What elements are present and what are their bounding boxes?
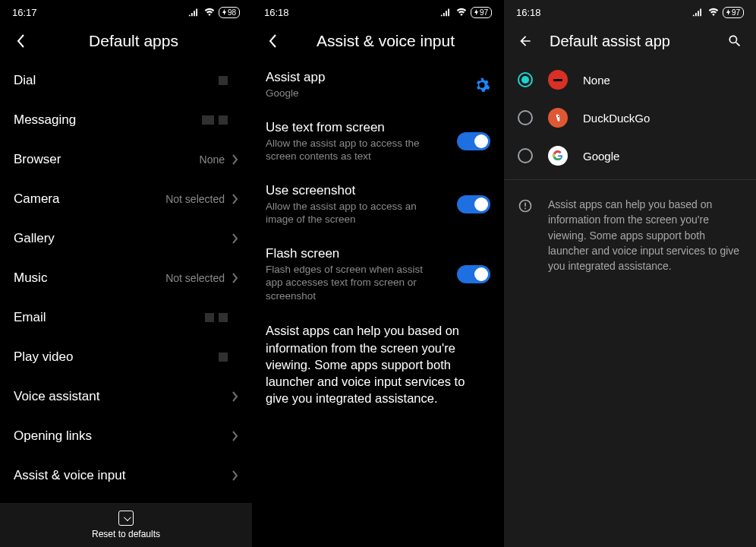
screen-default-assist-app: 16:18 97 Default assist app None DuckDuc…: [504, 0, 756, 547]
item-dial[interactable]: Dial: [0, 61, 252, 100]
status-bar: 16:17 98: [0, 0, 252, 24]
divider: [504, 179, 756, 180]
radio-button[interactable]: [518, 72, 533, 87]
duckduckgo-icon: [548, 108, 568, 128]
setting-flash-screen[interactable]: Flash screen Flash edges of screen when …: [252, 237, 504, 314]
app-indicator-icon: [205, 313, 228, 322]
toggle-use-screenshot[interactable]: [457, 195, 490, 213]
status-indicators: 97: [440, 7, 492, 18]
status-time: 16:18: [264, 7, 289, 18]
wifi-icon: [455, 7, 468, 17]
header: Default apps: [0, 24, 252, 61]
chevron-right-icon: [232, 194, 238, 204]
battery-icon: 97: [471, 7, 492, 18]
signal-icon: [440, 7, 452, 17]
status-indicators: 98: [188, 7, 240, 18]
item-play-video[interactable]: Play video: [0, 337, 252, 377]
screen-assist-voice-input: 16:18 97 Assist & voice input Assist app…: [252, 0, 504, 547]
signal-icon: [692, 7, 704, 17]
chevron-right-icon: [232, 391, 238, 402]
page-title: Assist & voice input: [279, 32, 492, 50]
arrow-left-icon: [518, 33, 533, 49]
status-bar: 16:18 97: [504, 0, 756, 24]
item-assist-voice-input[interactable]: Assist & voice input: [0, 456, 252, 495]
status-time: 16:18: [516, 7, 541, 18]
item-browser[interactable]: Browser None: [0, 140, 252, 179]
item-voice-assistant[interactable]: Voice assistant: [0, 377, 252, 416]
item-gallery[interactable]: Gallery: [0, 219, 252, 258]
item-email[interactable]: Email: [0, 298, 252, 337]
app-indicator-icon: [219, 353, 228, 362]
radio-google[interactable]: Google: [504, 137, 756, 175]
chevron-right-icon: [232, 431, 238, 441]
toggle-flash-screen[interactable]: [457, 265, 490, 283]
radio-button[interactable]: [518, 148, 533, 163]
header: Assist & voice input: [252, 24, 504, 61]
header: Default assist app: [504, 24, 756, 61]
setting-assist-app[interactable]: Assist app Google: [252, 61, 504, 111]
radio-none[interactable]: None: [504, 61, 756, 99]
gear-icon[interactable]: [474, 77, 490, 93]
chevron-left-icon: [17, 33, 26, 49]
chevron-right-icon: [232, 233, 238, 244]
chevron-left-icon: [269, 33, 278, 49]
google-icon: [548, 146, 568, 166]
wifi-icon: [707, 7, 720, 17]
chevron-right-icon: [232, 273, 238, 283]
screen-default-apps: 16:17 98 Default apps Dial Messaging Bro…: [0, 0, 252, 547]
battery-icon: 97: [723, 7, 744, 18]
item-messaging[interactable]: Messaging: [0, 100, 252, 140]
page-title: Default apps: [27, 32, 240, 50]
status-time: 16:17: [12, 7, 37, 18]
chevron-right-icon: [232, 470, 238, 481]
signal-icon: [188, 7, 200, 17]
item-camera[interactable]: Camera Not selected: [0, 179, 252, 219]
reset-defaults-button[interactable]: Reset to defaults: [0, 503, 252, 547]
battery-icon: 98: [219, 7, 240, 18]
page-title: Default assist app: [550, 33, 710, 50]
item-opening-links[interactable]: Opening links: [0, 416, 252, 456]
reset-icon: [118, 511, 134, 526]
item-music[interactable]: Music Not selected: [0, 258, 252, 298]
setting-use-screenshot[interactable]: Use screenshot Allow the assist app to a…: [252, 174, 504, 237]
toggle-use-text[interactable]: [457, 132, 490, 150]
radio-duckduckgo[interactable]: DuckDuckGo: [504, 99, 756, 137]
info-icon: [518, 198, 533, 213]
search-icon: [727, 33, 742, 49]
info-text: Assist apps can help you based on inform…: [252, 313, 504, 416]
svg-point-1: [558, 116, 559, 118]
info-row: Assist apps can help you based on inform…: [504, 185, 756, 286]
radio-button[interactable]: [518, 110, 533, 125]
search-button[interactable]: [726, 32, 744, 50]
wifi-icon: [203, 7, 216, 17]
app-indicator-icon: [219, 76, 228, 85]
status-indicators: 97: [692, 7, 744, 18]
setting-use-text[interactable]: Use text from screen Allow the assist ap…: [252, 111, 504, 174]
back-button[interactable]: [516, 32, 534, 50]
app-indicator-icon: [202, 115, 228, 125]
chevron-right-icon: [232, 154, 238, 165]
status-bar: 16:18 97: [252, 0, 504, 24]
none-icon: [548, 70, 568, 90]
